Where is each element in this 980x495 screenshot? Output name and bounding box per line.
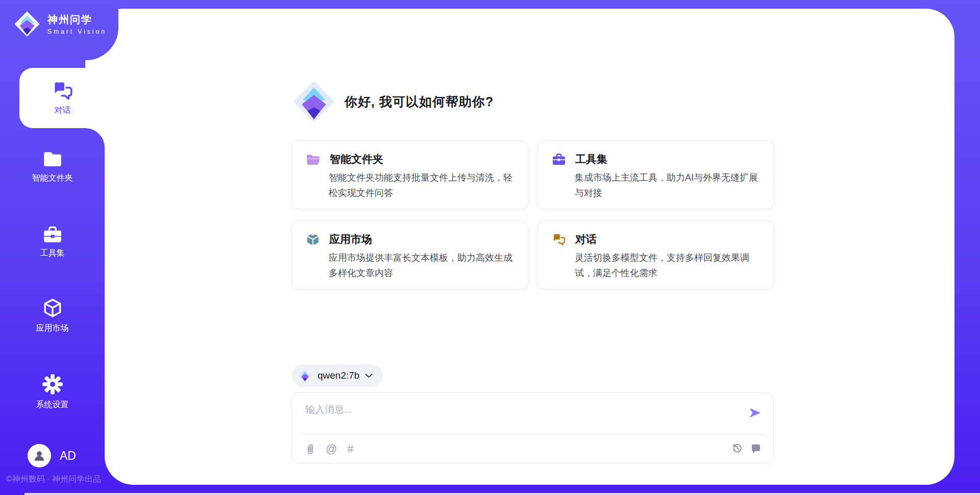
sidebar-item-chat[interactable]: 对话 bbox=[19, 68, 106, 128]
copyright-text: ©神州数码 · 神州问学出品 bbox=[6, 474, 101, 485]
message-input[interactable] bbox=[305, 403, 734, 430]
cube-grid-icon bbox=[306, 232, 320, 246]
card-desc: 应用市场提供丰富长文本模板，助力高效生成多样化文章内容 bbox=[329, 250, 516, 281]
app-subtitle: Smart Vision bbox=[47, 28, 107, 35]
chat-bubbles-icon bbox=[552, 233, 566, 246]
avatar bbox=[28, 444, 51, 467]
paperclip-icon[interactable] bbox=[305, 443, 315, 455]
card-title: 智能文件夹 bbox=[330, 152, 383, 166]
sidebar-item-label: 应用市场 bbox=[36, 323, 69, 334]
sidebar-item-label: 系统设置 bbox=[36, 400, 69, 410]
card-title: 对话 bbox=[575, 232, 597, 246]
card-head: 应用市场 bbox=[306, 232, 516, 246]
chat-square-icon[interactable] bbox=[751, 443, 761, 453]
card-smart-folder[interactable]: 智能文件夹 智能文件夹功能支持批量文件上传与清洗，轻松实现文件问答 bbox=[291, 140, 528, 209]
sidebar-item-label: 智能文件夹 bbox=[32, 173, 73, 184]
sidebar-tab-connector bbox=[85, 128, 105, 147]
folder-icon bbox=[306, 153, 321, 166]
card-chat[interactable]: 对话 灵活切换多模型文件，支持多样回复效果调试，满足个性化需求 bbox=[537, 220, 774, 289]
card-desc: 集成市场上主流工具，助力AI与外界无缝扩展与对接 bbox=[575, 170, 762, 201]
app-window: 你好, 我可以如何帮助你? 智能文件夹 智能文件夹功能支持批量文件上传与清洗，轻… bbox=[0, 0, 980, 495]
card-desc: 智能文件夹功能支持批量文件上传与清洗，轻松实现文件问答 bbox=[329, 170, 516, 201]
window-bottom-strip bbox=[24, 493, 980, 495]
card-title: 工具集 bbox=[575, 152, 607, 166]
sidebar-item-toolset[interactable]: 工具集 bbox=[0, 225, 105, 259]
card-head: 智能文件夹 bbox=[306, 152, 516, 166]
briefcase-icon bbox=[552, 153, 566, 166]
diamond-gem-icon bbox=[13, 10, 41, 38]
gear-icon bbox=[41, 373, 64, 395]
person-icon bbox=[33, 449, 46, 462]
composer-right-tools bbox=[731, 442, 761, 454]
composer-divider bbox=[299, 434, 766, 434]
sidebar-item-app-market[interactable]: 应用市场 bbox=[0, 298, 105, 334]
brand-text: 神州问学 Smart Vision bbox=[47, 13, 107, 35]
app-name: 神州问学 bbox=[47, 13, 107, 27]
hash-icon[interactable]: # bbox=[347, 442, 353, 456]
message-composer: @ # bbox=[291, 392, 774, 463]
brand-block: 神州问学 Smart Vision bbox=[0, 0, 118, 60]
briefcase-icon bbox=[42, 225, 63, 244]
history-icon[interactable] bbox=[731, 442, 743, 454]
card-title: 应用市场 bbox=[329, 232, 372, 246]
greeting-text: 你好, 我可以如何帮助你? bbox=[345, 93, 494, 110]
card-desc: 灵活切换多模型文件，支持多样回复效果调试，满足个性化需求 bbox=[575, 250, 762, 281]
send-arrow-icon[interactable] bbox=[748, 406, 762, 420]
cube-icon bbox=[41, 298, 64, 319]
card-head: 工具集 bbox=[552, 152, 762, 166]
feature-cards: 智能文件夹 智能文件夹功能支持批量文件上传与清洗，轻松实现文件问答 工具集 集成… bbox=[291, 140, 774, 289]
folder-icon bbox=[42, 150, 63, 169]
composer-left-tools: @ # bbox=[305, 442, 354, 456]
at-sign-icon[interactable]: @ bbox=[326, 442, 337, 456]
diamond-gem-icon bbox=[291, 79, 336, 124]
greeting-row: 你好, 我可以如何帮助你? bbox=[291, 79, 494, 124]
brand: 神州问学 Smart Vision bbox=[0, 0, 118, 38]
chat-bubbles-icon bbox=[52, 80, 74, 101]
sidebar-item-smart-folder[interactable]: 智能文件夹 bbox=[0, 150, 105, 184]
model-selector[interactable]: qwen2:7b bbox=[291, 364, 383, 387]
user-account[interactable]: AD bbox=[28, 444, 76, 467]
card-toolset[interactable]: 工具集 集成市场上主流工具，助力AI与外界无缝扩展与对接 bbox=[537, 140, 774, 209]
sidebar-item-settings[interactable]: 系统设置 bbox=[0, 373, 105, 410]
sidebar-item-label: 工具集 bbox=[40, 248, 65, 259]
user-name: AD bbox=[60, 449, 76, 463]
diamond-gem-icon bbox=[298, 369, 312, 383]
main-panel: 你好, 我可以如何帮助你? 智能文件夹 智能文件夹功能支持批量文件上传与清洗，轻… bbox=[105, 9, 954, 485]
model-name: qwen2:7b bbox=[317, 370, 359, 381]
sidebar-item-label: 对话 bbox=[55, 105, 71, 116]
chevron-down-icon bbox=[365, 374, 373, 378]
card-app-market[interactable]: 应用市场 应用市场提供丰富长文本模板，助力高效生成多样化文章内容 bbox=[291, 220, 528, 289]
card-head: 对话 bbox=[552, 232, 762, 246]
